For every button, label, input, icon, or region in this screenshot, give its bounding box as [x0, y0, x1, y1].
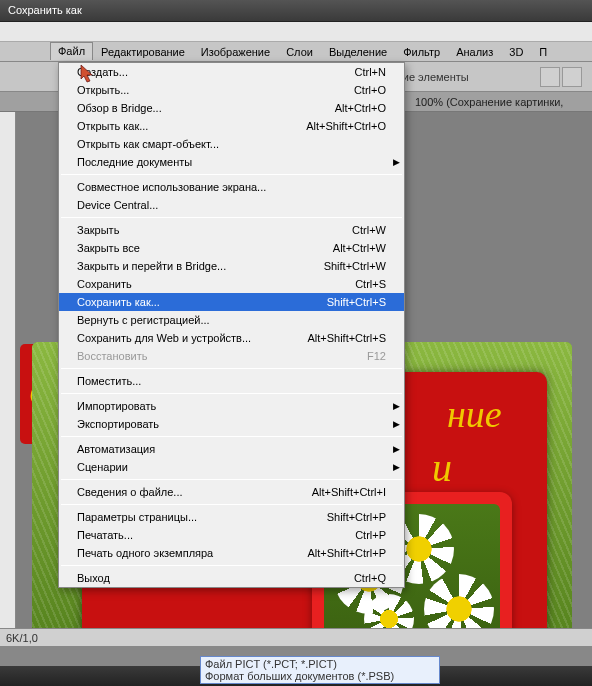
menubar-truncated[interactable]: П [531, 43, 555, 61]
format-hint-box: Файл PICT (*.PCT; *.PICT) Формат больших… [200, 656, 440, 684]
menu-item-label: Автоматизация [77, 443, 155, 455]
menu-page-setup[interactable]: Параметры страницы...Shift+Ctrl+P [59, 508, 404, 526]
menu-item-label: Обзор в Bridge... [77, 102, 162, 114]
menu-separator [61, 393, 402, 394]
menubar-select[interactable]: Выделение [321, 43, 395, 61]
menu-device-central[interactable]: Device Central... [59, 196, 404, 214]
arrange-icon[interactable] [540, 67, 560, 87]
menu-print-one[interactable]: Печать одного экземпляраAlt+Shift+Ctrl+P [59, 544, 404, 562]
menu-print[interactable]: Печатать...Ctrl+P [59, 526, 404, 544]
menu-item-label: Совместное использование экрана... [77, 181, 266, 193]
menubar-3d[interactable]: 3D [501, 43, 531, 61]
card-text-line2: и [432, 444, 452, 491]
menu-automate[interactable]: Автоматизация▶ [59, 440, 404, 458]
submenu-arrow-icon: ▶ [393, 401, 400, 411]
menu-item-shortcut: Ctrl+Q [354, 572, 386, 584]
menu-separator [61, 436, 402, 437]
menu-item-label: Параметры страницы... [77, 511, 197, 523]
format-line-1: Файл PICT (*.PCT; *.PICT) [205, 658, 435, 670]
menu-separator [61, 217, 402, 218]
document-tab-text[interactable]: 100% (Сохранение картинки, [415, 96, 563, 108]
menu-item-shortcut: Ctrl+W [352, 224, 386, 236]
menu-close-all[interactable]: Закрыть всеAlt+Ctrl+W [59, 239, 404, 257]
menu-item-label: Закрыть [77, 224, 119, 236]
menu-item-shortcut: Shift+Ctrl+W [324, 260, 386, 272]
menu-item-shortcut: Ctrl+P [355, 529, 386, 541]
menu-item-label: Импортировать [77, 400, 156, 412]
menu-item-label: Вернуть с регистрацией... [77, 314, 210, 326]
menu-scripts[interactable]: Сценарии▶ [59, 458, 404, 476]
menu-item-shortcut: Ctrl+S [355, 278, 386, 290]
menu-export[interactable]: Экспортировать▶ [59, 415, 404, 433]
menu-open[interactable]: Открыть...Ctrl+O [59, 81, 404, 99]
menu-new[interactable]: Создать...Ctrl+N [59, 63, 404, 81]
menu-item-label: Печатать... [77, 529, 133, 541]
menu-close[interactable]: ЗакрытьCtrl+W [59, 221, 404, 239]
menubar-analysis[interactable]: Анализ [448, 43, 501, 61]
menu-item-label: Открыть как смарт-объект... [77, 138, 219, 150]
menu-item-shortcut: Alt+Ctrl+O [335, 102, 386, 114]
menu-fileinfo[interactable]: Сведения о файле...Alt+Shift+Ctrl+I [59, 483, 404, 501]
menu-item-label: Создать... [77, 66, 128, 78]
menu-item-shortcut: Shift+Ctrl+P [327, 511, 386, 523]
menu-item-label: Поместить... [77, 375, 141, 387]
dialog-toolbar-strip [0, 22, 592, 42]
file-menu-dropdown: Создать...Ctrl+NОткрыть...Ctrl+OОбзор в … [58, 62, 405, 588]
menu-item-shortcut: Alt+Shift+Ctrl+I [312, 486, 386, 498]
menu-item-label: Сохранить для Web и устройств... [77, 332, 251, 344]
menu-item-shortcut: Alt+Shift+Ctrl+O [306, 120, 386, 132]
menu-open-as[interactable]: Открыть как...Alt+Shift+Ctrl+O [59, 117, 404, 135]
menu-item-shortcut: Shift+Ctrl+S [327, 296, 386, 308]
menu-item-label: Последние документы [77, 156, 192, 168]
menu-item-shortcut: Alt+Ctrl+W [333, 242, 386, 254]
status-bar: 6K/1,0 [0, 628, 592, 646]
window-title-bar: Сохранить как [0, 0, 592, 22]
menu-separator [61, 174, 402, 175]
menu-browse-bridge[interactable]: Обзор в Bridge...Alt+Ctrl+O [59, 99, 404, 117]
ruler-vertical [0, 112, 16, 642]
menubar-layers[interactable]: Слои [278, 43, 321, 61]
menu-close-bridge[interactable]: Закрыть и перейти в Bridge...Shift+Ctrl+… [59, 257, 404, 275]
submenu-arrow-icon: ▶ [393, 157, 400, 167]
menu-item-shortcut: Alt+Shift+Ctrl+S [307, 332, 386, 344]
menu-item-label: Device Central... [77, 199, 158, 211]
menu-item-label: Восстановить [77, 350, 147, 362]
menu-place[interactable]: Поместить... [59, 372, 404, 390]
menu-bar: Файл Редактирование Изображение Слои Выд… [0, 42, 592, 62]
screen-mode-icon[interactable] [562, 67, 582, 87]
menu-checkin[interactable]: Вернуть с регистрацией... [59, 311, 404, 329]
card-text-line1: ние [447, 392, 502, 436]
menu-separator [61, 504, 402, 505]
menu-save-as[interactable]: Сохранить как...Shift+Ctrl+S [59, 293, 404, 311]
submenu-arrow-icon: ▶ [393, 444, 400, 454]
menu-item-label: Открыть... [77, 84, 129, 96]
menu-open-smart[interactable]: Открыть как смарт-объект... [59, 135, 404, 153]
submenu-arrow-icon: ▶ [393, 462, 400, 472]
menu-item-label: Закрыть и перейти в Bridge... [77, 260, 226, 272]
menubar-file[interactable]: Файл [50, 42, 93, 60]
menu-item-shortcut: Ctrl+N [355, 66, 386, 78]
menu-revert: ВосстановитьF12 [59, 347, 404, 365]
menu-item-label: Сохранить [77, 278, 132, 290]
menubar-filter[interactable]: Фильтр [395, 43, 448, 61]
menu-import[interactable]: Импортировать▶ [59, 397, 404, 415]
menu-separator [61, 368, 402, 369]
menu-item-shortcut: F12 [367, 350, 386, 362]
menu-item-label: Сохранить как... [77, 296, 160, 308]
menu-separator [61, 479, 402, 480]
menubar-image[interactable]: Изображение [193, 43, 278, 61]
menu-share-screen[interactable]: Совместное использование экрана... [59, 178, 404, 196]
menu-save[interactable]: СохранитьCtrl+S [59, 275, 404, 293]
menu-exit[interactable]: ВыходCtrl+Q [59, 569, 404, 587]
submenu-arrow-icon: ▶ [393, 419, 400, 429]
menu-item-label: Печать одного экземпляра [77, 547, 213, 559]
menu-save-web[interactable]: Сохранить для Web и устройств...Alt+Shif… [59, 329, 404, 347]
menu-separator [61, 565, 402, 566]
menu-item-label: Открыть как... [77, 120, 148, 132]
menu-item-shortcut: Ctrl+O [354, 84, 386, 96]
menu-item-label: Выход [77, 572, 110, 584]
menu-item-shortcut: Alt+Shift+Ctrl+P [307, 547, 386, 559]
menu-recent[interactable]: Последние документы▶ [59, 153, 404, 171]
format-line-2: Формат больших документов (*.PSB) [205, 670, 435, 682]
menubar-edit[interactable]: Редактирование [93, 43, 193, 61]
